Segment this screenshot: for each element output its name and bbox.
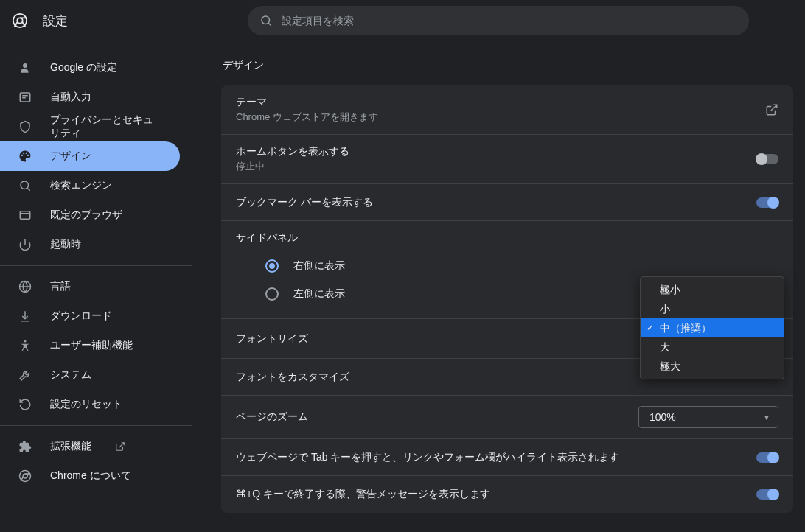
page-zoom-value: 100%: [649, 411, 676, 423]
globe-icon: [18, 279, 32, 294]
shield-icon: [18, 119, 32, 134]
sidebar-item-label: 起動時: [50, 238, 81, 251]
download-icon: [18, 309, 32, 323]
customize-font-label: フォントをカスタマイズ: [236, 371, 349, 384]
svg-point-5: [262, 16, 270, 24]
font-size-option[interactable]: 大: [641, 337, 784, 357]
font-size-option[interactable]: 極小: [641, 280, 784, 299]
power-icon: [18, 237, 32, 252]
sidebar-item-search[interactable]: 検索エンジン: [0, 171, 180, 200]
sidebar: Google の設定自動入力プライバシーとセキュリティデザイン検索エンジン既定の…: [0, 41, 192, 532]
sidebar-item-shield[interactable]: プライバシーとセキュリティ: [0, 112, 180, 141]
sidebar-divider: [0, 265, 192, 266]
svg-point-11: [21, 181, 29, 189]
font-size-dropdown: 極小小中（推奨）大極大: [640, 276, 784, 379]
external-link-icon: [765, 103, 778, 116]
tab-highlight-toggle[interactable]: [756, 452, 778, 463]
sidebar-item-extension[interactable]: 拡張機能: [0, 432, 180, 461]
chrome-logo-icon: [12, 13, 28, 29]
bookmark-bar-row: ブックマーク バーを表示する: [221, 184, 793, 221]
theme-row[interactable]: テーマ Chrome ウェブストアを開きます: [221, 85, 793, 135]
page-zoom-label: ページのズーム: [236, 410, 308, 424]
search-box[interactable]: [248, 6, 749, 35]
home-button-label: ホームボタンを表示する: [236, 145, 349, 158]
tab-highlight-row: ウェブページで Tab キーを押すと、リンクやフォーム欄がハイライト表示されます: [221, 439, 793, 476]
reset-icon: [18, 397, 32, 412]
sidebar-item-download[interactable]: ダウンロード: [0, 301, 180, 331]
header: 設定: [0, 0, 805, 41]
font-size-option[interactable]: 極大: [641, 357, 784, 376]
accessibility-icon: [18, 338, 32, 353]
font-size-option[interactable]: 中（推奨）: [641, 318, 784, 337]
person-icon: [18, 60, 32, 75]
sidebar-item-label: 自動入力: [50, 91, 91, 104]
sidebar-item-label: ユーザー補助機能: [50, 339, 133, 352]
sidebar-item-autofill[interactable]: 自動入力: [0, 83, 180, 112]
tab-highlight-label: ウェブページで Tab キーを押すと、リンクやフォーム欄がハイライト表示されます: [236, 451, 619, 464]
quit-warning-label: ⌘+Q キーで終了する際、警告メッセージを表示します: [236, 488, 490, 501]
svg-point-19: [24, 340, 27, 343]
extension-icon: [18, 439, 32, 454]
autofill-icon: [18, 90, 32, 105]
side-panel-label: サイドパネル: [236, 221, 778, 252]
sidebar-item-label: 検索エンジン: [50, 179, 112, 192]
sidebar-item-accessibility[interactable]: ユーザー補助機能: [0, 331, 180, 360]
sidebar-item-label: Google の設定: [50, 61, 117, 74]
quit-warning-toggle[interactable]: [756, 489, 778, 500]
sidebar-item-reset[interactable]: 設定のリセット: [0, 390, 180, 419]
svg-line-6: [268, 23, 271, 26]
palette-icon: [18, 149, 32, 164]
sidebar-item-label: ダウンロード: [50, 309, 112, 323]
svg-line-26: [771, 105, 777, 111]
radio-label: 右側に表示: [293, 259, 345, 273]
svg-point-22: [23, 474, 27, 478]
sidebar-item-label: システム: [50, 368, 91, 382]
svg-point-7: [23, 63, 27, 68]
radio-icon: [265, 259, 279, 273]
wrench-icon: [18, 368, 32, 382]
search-icon: [259, 14, 273, 27]
sidebar-item-label: 設定のリセット: [50, 398, 122, 411]
sidebar-item-label: 既定のブラウザ: [50, 209, 122, 222]
font-size-label: フォントサイズ: [236, 332, 308, 346]
appearance-card: テーマ Chrome ウェブストアを開きます ホームボタンを表示する 停止中 ブ…: [221, 85, 793, 513]
radio-label: 左側に表示: [293, 287, 345, 301]
sidebar-item-wrench[interactable]: システム: [0, 360, 180, 390]
theme-label: テーマ: [236, 96, 378, 109]
sidebar-item-power[interactable]: 起動時: [0, 230, 180, 259]
sidebar-item-label: Chrome について: [50, 469, 131, 483]
sidebar-item-globe[interactable]: 言語: [0, 272, 180, 301]
font-size-row: フォントサイズ ▼ 極小小中（推奨）大極大: [221, 319, 793, 359]
home-button-row: ホームボタンを表示する 停止中: [221, 135, 793, 184]
bookmark-bar-label: ブックマーク バーを表示する: [236, 196, 373, 209]
chevron-down-icon: ▼: [763, 413, 770, 421]
header-left: 設定: [12, 13, 68, 29]
main-content: デザイン テーマ Chrome ウェブストアを開きます ホームボタンを表示する …: [192, 41, 805, 532]
sidebar-item-label: 拡張機能: [50, 440, 91, 453]
svg-line-12: [27, 188, 30, 191]
page-title: 設定: [43, 13, 68, 29]
sidebar-divider: [0, 425, 192, 426]
browser-icon: [18, 208, 32, 223]
quit-warning-row: ⌘+Q キーで終了する際、警告メッセージを表示します: [221, 476, 793, 513]
section-title: デザイン: [221, 59, 793, 72]
font-size-option[interactable]: 小: [641, 299, 784, 318]
external-link-icon: [115, 441, 125, 452]
sidebar-item-browser[interactable]: 既定のブラウザ: [0, 200, 180, 230]
svg-point-1: [17, 18, 22, 23]
svg-line-20: [119, 443, 124, 447]
sidebar-item-person[interactable]: Google の設定: [0, 53, 180, 83]
home-button-toggle[interactable]: [756, 154, 778, 164]
search-icon: [18, 178, 32, 193]
theme-sub: Chrome ウェブストアを開きます: [236, 111, 378, 124]
bookmark-bar-toggle[interactable]: [756, 197, 778, 208]
sidebar-item-chrome[interactable]: Chrome について: [0, 461, 180, 491]
chrome-icon: [18, 469, 32, 483]
sidebar-item-palette[interactable]: デザイン: [0, 141, 180, 171]
sidebar-item-label: デザイン: [50, 150, 91, 163]
svg-rect-13: [20, 211, 30, 220]
search-input[interactable]: [282, 15, 737, 27]
page-zoom-select[interactable]: 100% ▼: [638, 406, 778, 428]
radio-icon: [265, 287, 279, 301]
sidebar-item-label: 言語: [50, 280, 71, 293]
